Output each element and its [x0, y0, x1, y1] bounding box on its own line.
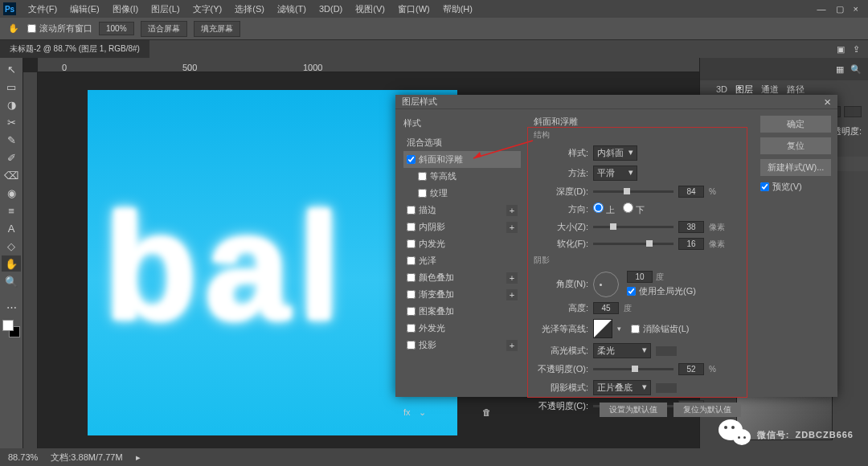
dialog-title: 图层样式: [402, 96, 437, 108]
effect-drop-shadow[interactable]: 投影+: [403, 337, 521, 354]
menu-window[interactable]: 窗口(W): [392, 1, 436, 18]
add-icon[interactable]: +: [506, 340, 518, 351]
cancel-button[interactable]: 复位: [760, 137, 831, 154]
preview-checkbox[interactable]: 预览(V): [760, 181, 831, 193]
tab-channels[interactable]: 通道: [761, 84, 779, 96]
make-default-button[interactable]: 设置为默认值: [600, 403, 667, 417]
fit-screen-button[interactable]: 适合屏幕: [141, 21, 187, 37]
add-icon[interactable]: +: [506, 272, 518, 284]
zoom-tool[interactable]: 🔍: [2, 273, 21, 289]
gradient-tool[interactable]: ◉: [2, 185, 21, 201]
size-input[interactable]: 38: [678, 221, 704, 233]
effect-satin[interactable]: 光泽: [403, 252, 521, 269]
eyedropper-tool[interactable]: ✎: [2, 132, 21, 148]
menu-edit[interactable]: 编辑(E): [64, 1, 105, 18]
size-slider[interactable]: [593, 226, 674, 228]
chevron-icon[interactable]: ⌄: [419, 407, 426, 418]
marquee-tool[interactable]: ▭: [2, 79, 21, 95]
shape-tool[interactable]: ◇: [2, 238, 21, 254]
tab-3d[interactable]: 3D: [716, 84, 727, 94]
add-icon[interactable]: +: [506, 289, 518, 300]
menu-image[interactable]: 图像(I): [107, 1, 144, 18]
zoom-preset[interactable]: 100%: [99, 22, 134, 35]
menu-filter[interactable]: 滤镜(T): [272, 1, 312, 18]
menu-3d[interactable]: 3D(D): [313, 2, 348, 16]
soften-slider[interactable]: [593, 243, 674, 245]
share-icon[interactable]: ⇪: [853, 44, 860, 55]
more-tools[interactable]: ⋯: [2, 299, 21, 315]
effect-gradient-overlay[interactable]: 渐变叠加+: [403, 286, 521, 303]
fill-screen-button[interactable]: 填充屏幕: [194, 21, 240, 37]
soften-input[interactable]: 16: [678, 238, 704, 250]
scroll-all-checkbox[interactable]: 滚动所有窗口: [27, 22, 92, 35]
add-icon[interactable]: +: [506, 222, 518, 233]
panel-column-icons: ▦ 🔍: [700, 58, 868, 80]
angle-input[interactable]: 10: [627, 271, 653, 283]
menu-layer[interactable]: 图层(L): [145, 1, 185, 18]
effect-inner-glow[interactable]: 内发光: [403, 235, 521, 252]
gloss-contour[interactable]: [593, 319, 612, 338]
shadow-color[interactable]: [656, 383, 677, 393]
effect-stroke[interactable]: 描边+: [403, 202, 521, 219]
menu-help[interactable]: 帮助(H): [437, 1, 478, 18]
highlight-opacity-input[interactable]: 52: [678, 363, 704, 375]
effect-texture[interactable]: 纹理: [403, 185, 521, 202]
move-tool[interactable]: ↖: [2, 61, 21, 77]
dialog-titlebar: 图层样式 ×: [395, 95, 837, 109]
pen-tool[interactable]: ≡: [2, 202, 21, 219]
effect-pattern-overlay[interactable]: 图案叠加: [403, 303, 521, 320]
crop-tool[interactable]: ✂: [2, 114, 21, 130]
antialias-checkbox[interactable]: 消除锯齿(L): [631, 323, 689, 335]
menu-view[interactable]: 视图(V): [350, 1, 391, 18]
search-icon[interactable]: 🔍: [850, 64, 862, 75]
menu-file[interactable]: 文件(F): [23, 1, 63, 18]
style-select[interactable]: 内斜面▾: [593, 145, 637, 161]
filter-pill[interactable]: [844, 106, 862, 117]
fx-icon[interactable]: fx: [403, 407, 411, 418]
close-icon[interactable]: ×: [854, 4, 858, 14]
blending-options[interactable]: 混合选项: [403, 134, 521, 151]
hand-tool[interactable]: ✋: [2, 255, 21, 272]
maximize-icon[interactable]: ▢: [836, 4, 844, 14]
color-swatches[interactable]: [2, 320, 20, 337]
eraser-tool[interactable]: ⌫: [2, 167, 21, 183]
angle-control[interactable]: [593, 272, 619, 297]
menu-select[interactable]: 选择(S): [229, 1, 270, 18]
altitude-input[interactable]: 45: [593, 302, 619, 314]
global-light-checkbox[interactable]: 使用全局光(G): [627, 285, 696, 297]
status-arrow[interactable]: ▸: [136, 452, 141, 463]
type-tool[interactable]: A: [2, 220, 21, 236]
ps-logo: Ps: [3, 2, 16, 15]
dialog-close-icon[interactable]: ×: [824, 95, 831, 108]
menu-type[interactable]: 文字(Y): [187, 1, 228, 18]
ok-button[interactable]: 确定: [760, 116, 831, 133]
depth-input[interactable]: 84: [678, 186, 704, 198]
direction-radio[interactable]: 上 下: [593, 202, 645, 216]
effect-contour[interactable]: 等高线: [403, 168, 521, 185]
new-style-button[interactable]: 新建样式(W)...: [760, 159, 831, 176]
depth-slider[interactable]: [593, 190, 674, 193]
effect-inner-shadow[interactable]: 内阴影+: [403, 219, 521, 235]
shadow-mode-select[interactable]: 正片叠底▾: [593, 380, 651, 395]
effect-outer-glow[interactable]: 外发光: [403, 320, 521, 337]
lasso-tool[interactable]: ◑: [2, 96, 21, 112]
add-icon[interactable]: +: [506, 205, 518, 216]
tab-layers[interactable]: 图层: [735, 84, 753, 96]
highlight-opacity-slider[interactable]: [593, 368, 674, 370]
arrange-icon[interactable]: ▣: [837, 44, 845, 55]
tab-paths[interactable]: 路径: [787, 84, 805, 96]
zoom-level[interactable]: 88.73%: [8, 452, 38, 462]
fg-color[interactable]: [2, 320, 14, 331]
trash-icon[interactable]: 🗑: [482, 407, 491, 418]
effect-bevel[interactable]: 斜面和浮雕: [403, 151, 521, 168]
document-tab[interactable]: 未标题-2 @ 88.7% (图层 1, RGB/8#): [0, 40, 149, 58]
document-tabs-row: 未标题-2 @ 88.7% (图层 1, RGB/8#) ▣ ⇪: [0, 40, 868, 58]
brush-tool[interactable]: ✐: [2, 149, 21, 166]
highlight-color[interactable]: [656, 346, 677, 356]
effect-color-overlay[interactable]: 颜色叠加+: [403, 269, 521, 286]
highlight-mode-select[interactable]: 柔光▾: [593, 343, 651, 358]
minimize-icon[interactable]: —: [817, 4, 826, 14]
styles-heading[interactable]: 样式: [403, 117, 521, 129]
color-panel-icon[interactable]: ▦: [836, 64, 844, 75]
method-select[interactable]: 平滑▾: [593, 166, 637, 181]
